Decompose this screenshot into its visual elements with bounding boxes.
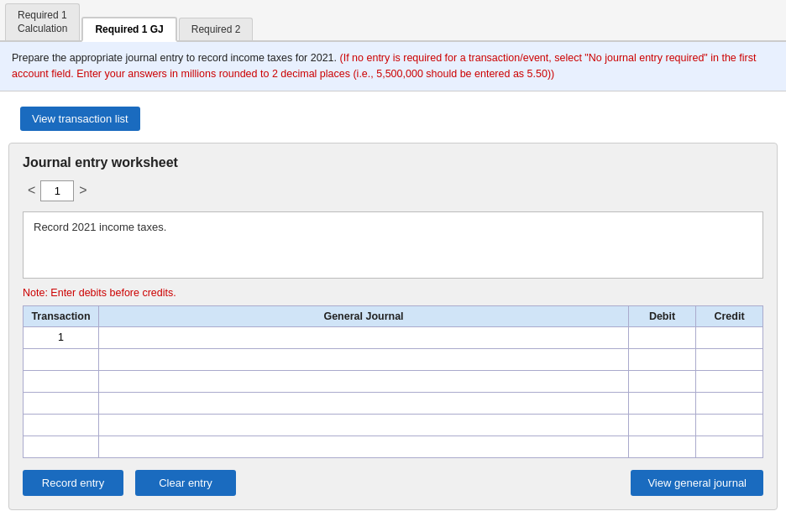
col-header-debit: Debit bbox=[629, 305, 696, 326]
debit-input[interactable] bbox=[632, 374, 692, 388]
prev-tab-arrow[interactable]: < bbox=[23, 181, 40, 200]
debit-cell[interactable] bbox=[629, 414, 696, 436]
debit-input[interactable] bbox=[632, 396, 692, 409]
debit-credit-note: Note: Enter debits before credits. bbox=[23, 287, 763, 299]
worksheet-title: Journal entry worksheet bbox=[23, 155, 763, 170]
credit-input[interactable] bbox=[700, 331, 759, 344]
journal-table: Transaction General Journal Debit Credit… bbox=[23, 305, 763, 458]
tabs-bar: Required 1 Calculation Required 1 GJ Req… bbox=[0, 0, 786, 42]
debit-cell[interactable] bbox=[629, 326, 696, 348]
transaction-cell bbox=[24, 348, 99, 370]
table-row: 1 bbox=[24, 326, 763, 348]
transaction-cell bbox=[24, 414, 99, 436]
instructions-panel: Prepare the appropriate journal entry to… bbox=[0, 42, 786, 91]
tab-req1gj[interactable]: Required 1 GJ bbox=[81, 17, 176, 42]
general-journal-cell[interactable] bbox=[99, 392, 629, 414]
col-header-credit: Credit bbox=[696, 305, 763, 326]
debit-input[interactable] bbox=[632, 418, 692, 431]
transaction-cell: 1 bbox=[24, 326, 99, 348]
debit-input[interactable] bbox=[632, 352, 692, 366]
general-journal-input[interactable] bbox=[102, 418, 625, 431]
credit-input[interactable] bbox=[700, 418, 759, 431]
debit-input[interactable] bbox=[632, 440, 692, 453]
record-description-box: Record 2021 income taxes. bbox=[23, 211, 763, 279]
general-journal-cell[interactable] bbox=[99, 414, 629, 436]
next-tab-arrow[interactable]: > bbox=[74, 181, 92, 200]
record-description-text: Record 2021 income taxes. bbox=[34, 221, 166, 233]
view-general-journal-button[interactable]: View general journal bbox=[631, 470, 763, 496]
view-transaction-list-button[interactable]: View transaction list bbox=[20, 107, 140, 131]
debit-cell[interactable] bbox=[629, 370, 696, 392]
col-header-transaction: Transaction bbox=[24, 305, 99, 326]
general-journal-cell[interactable] bbox=[99, 326, 629, 348]
credit-cell[interactable] bbox=[696, 326, 763, 348]
table-row bbox=[24, 348, 763, 370]
transaction-cell bbox=[24, 392, 99, 414]
general-journal-cell[interactable] bbox=[99, 348, 629, 370]
debit-cell[interactable] bbox=[629, 392, 696, 414]
credit-input[interactable] bbox=[700, 352, 759, 366]
debit-cell[interactable] bbox=[629, 348, 696, 370]
table-row bbox=[24, 370, 763, 392]
instructions-main: Prepare the appropriate journal entry to… bbox=[12, 52, 337, 64]
worksheet-tab-nav: < 1 > bbox=[23, 180, 763, 201]
table-row bbox=[24, 436, 763, 457]
transaction-cell bbox=[24, 436, 99, 457]
journal-entry-worksheet: Journal entry worksheet < 1 > Record 202… bbox=[8, 143, 778, 510]
general-journal-input[interactable] bbox=[102, 440, 625, 453]
tab-req2[interactable]: Required 2 bbox=[179, 18, 254, 40]
general-journal-input[interactable] bbox=[102, 374, 625, 388]
clear-entry-button[interactable]: Clear entry bbox=[135, 470, 236, 496]
general-journal-cell[interactable] bbox=[99, 370, 629, 392]
col-header-general-journal: General Journal bbox=[99, 305, 629, 326]
credit-cell[interactable] bbox=[696, 414, 763, 436]
current-tab-number[interactable]: 1 bbox=[40, 180, 74, 201]
debit-input[interactable] bbox=[632, 331, 692, 344]
credit-input[interactable] bbox=[700, 396, 759, 409]
credit-input[interactable] bbox=[700, 440, 759, 453]
general-journal-input[interactable] bbox=[102, 396, 625, 409]
table-row bbox=[24, 392, 763, 414]
transaction-cell bbox=[24, 370, 99, 392]
credit-cell[interactable] bbox=[696, 392, 763, 414]
tab-req1calc[interactable]: Required 1 Calculation bbox=[5, 3, 80, 40]
credit-input[interactable] bbox=[700, 374, 759, 388]
general-journal-cell[interactable] bbox=[99, 436, 629, 457]
debit-cell[interactable] bbox=[629, 436, 696, 457]
credit-cell[interactable] bbox=[696, 348, 763, 370]
general-journal-input[interactable] bbox=[102, 352, 625, 366]
table-row bbox=[24, 414, 763, 436]
record-entry-button[interactable]: Record entry bbox=[23, 470, 123, 496]
credit-cell[interactable] bbox=[696, 436, 763, 457]
general-journal-input[interactable] bbox=[102, 331, 625, 344]
credit-cell[interactable] bbox=[696, 370, 763, 392]
action-buttons-row: Record entry Clear entry View general jo… bbox=[23, 470, 763, 496]
